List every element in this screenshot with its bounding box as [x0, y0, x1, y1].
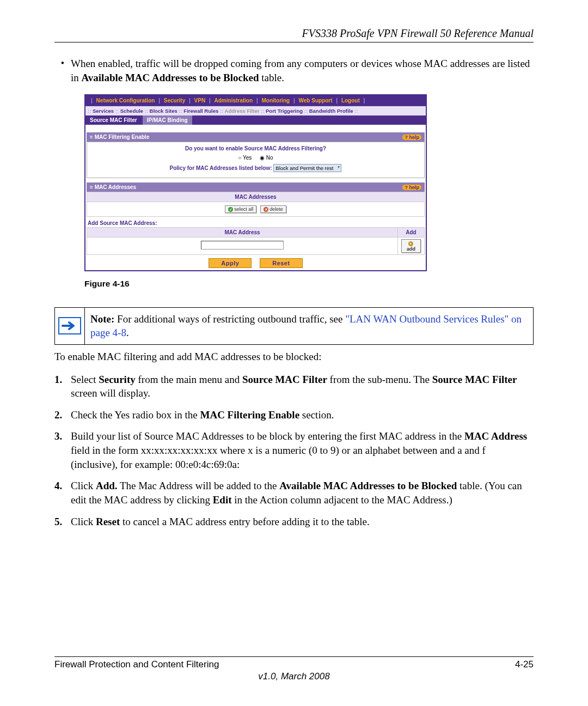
- nav-admin[interactable]: Administration: [213, 98, 254, 104]
- nav-vpn[interactable]: VPN: [193, 98, 207, 104]
- note-box: Note: For additional ways of restricting…: [54, 307, 534, 345]
- mac-list-header: MAC Addresses: [87, 192, 425, 202]
- col-mac-address: MAC Address: [87, 228, 398, 238]
- sub-porttrig[interactable]: Port Triggering: [266, 108, 303, 114]
- mac-address-input[interactable]: [201, 241, 284, 249]
- top-nav: | Network Configuration | Security | VPN…: [85, 95, 426, 106]
- header-rule: [54, 42, 534, 42]
- figure-4-16: | Network Configuration | Security | VPN…: [84, 94, 534, 271]
- help-icon-2[interactable]: ? help: [402, 185, 421, 190]
- delete-icon: ✕: [264, 207, 268, 212]
- bullet-dot: •: [54, 57, 71, 84]
- add-source-label: Add Source MAC Address:: [87, 217, 425, 227]
- sub-firewallrules[interactable]: Firewall Rules: [183, 108, 218, 114]
- intro-para: To enable MAC filtering and add MAC addr…: [54, 350, 534, 364]
- bullet-bold: Available MAC Addresses to be Blocked: [82, 72, 259, 83]
- sub-blocksites[interactable]: Block Sites: [150, 108, 177, 114]
- sub-bandwidth[interactable]: Bandwidth Profile: [309, 108, 353, 114]
- page-footer: Firewall Protection and Content Filterin…: [54, 652, 534, 683]
- footer-left: Firewall Protection and Content Filterin…: [54, 659, 219, 670]
- select-all-button[interactable]: ✓select all: [225, 205, 256, 213]
- nav-websupport[interactable]: Web Support: [298, 98, 334, 104]
- figure-caption: Figure 4-16: [84, 279, 534, 289]
- sec1-title: ≡ MAC Filtering Enable: [90, 134, 149, 140]
- note-arrow-icon: [58, 317, 81, 334]
- manual-title: FVS338 ProSafe VPN Firewall 50 Reference…: [54, 27, 534, 40]
- nav-netcfg[interactable]: Network Configuration: [95, 98, 156, 104]
- reset-button[interactable]: Reset: [260, 258, 302, 268]
- nav-security[interactable]: Security: [163, 98, 186, 104]
- delete-button[interactable]: ✕delete: [260, 205, 286, 213]
- policy-select[interactable]: Block and Permit the rest: [273, 164, 341, 172]
- sub-addressfilter[interactable]: Address Filter: [225, 108, 260, 114]
- policy-label: Policy for MAC Addresses listed below:: [170, 165, 272, 171]
- add-button[interactable]: +add: [401, 239, 421, 252]
- footer-version: v1.0, March 2008: [54, 671, 534, 682]
- steps-list: 1. Select Security from the main menu an…: [54, 373, 534, 529]
- tab-ip-mac-binding[interactable]: IP/MAC Binding: [143, 115, 192, 125]
- sub-schedule[interactable]: Schedule: [120, 108, 143, 114]
- bullet-item: • When enabled, traffic will be dropped …: [54, 57, 534, 84]
- footer-page: 4-25: [515, 659, 534, 670]
- sub-nav: :: Services :: Schedule :: Block Sites :…: [85, 106, 426, 115]
- nav-logout[interactable]: Logout: [340, 98, 361, 104]
- radio-yes[interactable]: ○ Yes: [238, 155, 252, 161]
- nav-monitoring[interactable]: Monitoring: [260, 98, 291, 104]
- note-text: For additional ways of restricting outbo…: [114, 313, 345, 325]
- plus-icon: +: [408, 241, 413, 246]
- apply-button[interactable]: Apply: [209, 258, 252, 268]
- sec2-title: ≡ MAC Addresses: [90, 184, 136, 190]
- help-icon[interactable]: ? help: [402, 135, 421, 140]
- tab-source-mac-filter[interactable]: Source MAC Filter: [85, 115, 142, 125]
- col-add: Add: [398, 228, 425, 238]
- bullet-suffix: table.: [259, 72, 284, 83]
- sec1-question: Do you want to enable Source MAC Address…: [89, 145, 422, 151]
- note-bold: Note:: [90, 313, 114, 325]
- check-icon: ✓: [228, 207, 233, 212]
- radio-no[interactable]: ◉ No: [260, 155, 273, 161]
- sub-services[interactable]: Services: [93, 108, 114, 114]
